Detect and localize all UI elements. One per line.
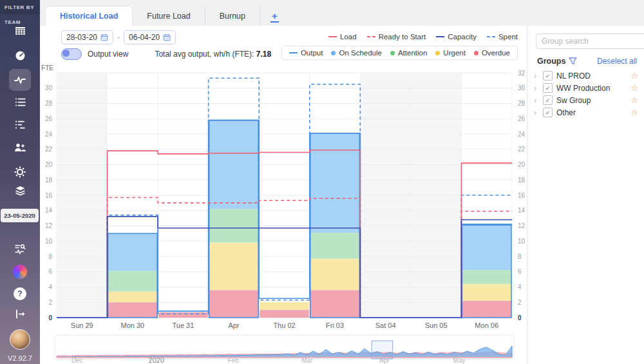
legend-marker (390, 51, 395, 55)
app-logo[interactable] (0, 265, 40, 279)
svg-text:4: 4 (48, 283, 52, 291)
legend-marker (367, 36, 375, 37)
activity-pulse-icon[interactable] (9, 69, 31, 91)
svg-text:16: 16 (518, 192, 526, 199)
chevron-right-icon[interactable]: › (534, 72, 539, 80)
add-tab-button[interactable]: + (260, 6, 289, 26)
svg-text:20: 20 (45, 161, 53, 168)
legend-label: Spent (498, 33, 518, 41)
group-checkbox[interactable]: ✓ (543, 95, 553, 105)
users-icon[interactable] (0, 142, 40, 153)
legend-marker (289, 52, 298, 53)
group-row-sw-group: ›✓Sw Group☆ (534, 94, 638, 106)
date-from-value: 28-03-20 (66, 33, 97, 42)
svg-text:Apr: Apr (228, 321, 239, 329)
dashboard-gauge-icon[interactable] (0, 50, 40, 61)
layers-icon[interactable] (0, 186, 40, 196)
svg-text:22: 22 (518, 146, 526, 153)
logout-icon[interactable] (0, 309, 40, 319)
svg-text:20: 20 (518, 161, 526, 168)
svg-text:4: 4 (518, 283, 522, 291)
group-search-input[interactable] (536, 34, 644, 49)
svg-text:24: 24 (45, 131, 53, 138)
legend-label: Capacity (448, 33, 477, 41)
svg-text:Sat 04: Sat 04 (375, 321, 396, 329)
legend-item-output[interactable]: Output (289, 49, 323, 57)
legend-item-capacity[interactable]: Capacity (436, 33, 477, 41)
group-checkbox[interactable]: ✓ (543, 83, 553, 93)
search-activity-icon[interactable] (0, 244, 40, 255)
timeline-selection (372, 341, 393, 359)
controls-row: 28-03-20 - 06-04-20 (40, 26, 527, 64)
svg-text:Tue 31: Tue 31 (172, 321, 194, 329)
groups-title: Groups (537, 57, 565, 66)
group-checkbox[interactable]: ✓ (543, 108, 553, 117)
svg-text:2020: 2020 (149, 356, 164, 364)
legend-marker (487, 36, 495, 37)
svg-text:2: 2 (518, 299, 522, 306)
svg-text:8: 8 (48, 253, 52, 260)
legend-item-load[interactable]: Load (328, 33, 357, 41)
legend-label: Overdue (482, 49, 510, 57)
filter-funnel-icon[interactable] (569, 57, 577, 65)
group-row-ww-production: ›✓WW Production☆ (534, 82, 638, 94)
legend-item-on-schedule[interactable]: On Schedule (331, 49, 382, 57)
legend-item-attention[interactable]: Attention (390, 49, 427, 57)
legend-item-spent[interactable]: Spent (487, 33, 518, 41)
tab-future-load[interactable]: Future Load (133, 6, 205, 26)
svg-text:8: 8 (518, 253, 522, 260)
legend-item-urgent[interactable]: Urgent (435, 49, 466, 57)
legend-item-overdue[interactable]: Overdue (474, 49, 510, 57)
star-icon[interactable]: ☆ (630, 108, 638, 117)
group-label: NL PROD (556, 72, 591, 81)
tab-historical-load[interactable]: Historical Load (45, 6, 133, 26)
legend-label: Urgent (443, 49, 466, 57)
svg-text:26: 26 (518, 115, 526, 122)
legend-label: On Schedule (339, 49, 382, 57)
chevron-right-icon[interactable]: › (534, 96, 539, 104)
calendar-icon[interactable] (0, 26, 40, 36)
legend-marker (436, 36, 444, 37)
star-icon[interactable]: ☆ (630, 72, 638, 80)
chevron-right-icon[interactable]: › (534, 108, 539, 117)
x-axis-labels: Sun 29Mon 30Tue 31AprThu 02Fri 03Sat 04S… (71, 321, 498, 329)
svg-text:FTE: FTE (41, 64, 53, 72)
calendar-picker-icon (100, 34, 108, 41)
filter-by-team-label: FILTER BY TEAM (0, 0, 40, 14)
group-row-other: ›✓Other☆ (534, 106, 638, 119)
svg-text:16: 16 (45, 192, 53, 199)
total-avg-output: Total avg output, wh/h (FTE): 7.18 (155, 50, 271, 59)
date-to-field[interactable]: 06-04-20 (124, 30, 176, 44)
load-chart: FTE0246810121416182022242628300246810121… (40, 64, 527, 332)
groups-panel: Groups Deselect all ›✓NL PROD☆›✓WW Produ… (527, 26, 644, 364)
settings-gear-icon[interactable] (0, 166, 40, 178)
tab-burnup[interactable]: Burnup (205, 6, 260, 26)
timeline-brush[interactable]: Dec2020FebMarAprMay (40, 332, 527, 364)
svg-text:10: 10 (45, 238, 53, 245)
group-label: Other (556, 108, 576, 117)
svg-text:30: 30 (45, 84, 53, 91)
svg-text:2: 2 (48, 299, 52, 306)
user-avatar[interactable] (0, 329, 40, 350)
help-icon[interactable]: ? (0, 287, 40, 300)
output-view-toggle[interactable] (61, 48, 82, 60)
svg-text:0: 0 (48, 314, 52, 321)
deselect-all-link[interactable]: Deselect all (597, 57, 637, 66)
svg-text:28: 28 (518, 100, 526, 107)
star-icon[interactable]: ☆ (630, 96, 638, 104)
svg-text:Mar: Mar (301, 357, 313, 364)
gantt-tasks-icon[interactable] (0, 120, 40, 129)
list-icon[interactable] (0, 97, 40, 107)
legend-label: Load (340, 33, 357, 41)
group-checkbox[interactable]: ✓ (543, 71, 553, 81)
svg-text:Mon 30: Mon 30 (120, 321, 144, 329)
svg-text:Sun 29: Sun 29 (71, 321, 93, 329)
svg-text:Dec: Dec (71, 357, 83, 364)
svg-text:Sun 05: Sun 05 (425, 321, 448, 329)
date-from-field[interactable]: 28-03-20 (61, 30, 113, 44)
legend-item-ready-to-start[interactable]: Ready to Start (367, 33, 426, 41)
output-view-label: Output view (88, 50, 128, 59)
chevron-right-icon[interactable]: › (534, 84, 539, 92)
y-axis-left: FTE024681012141618202224262830 (41, 64, 53, 321)
star-icon[interactable]: ☆ (630, 84, 638, 92)
